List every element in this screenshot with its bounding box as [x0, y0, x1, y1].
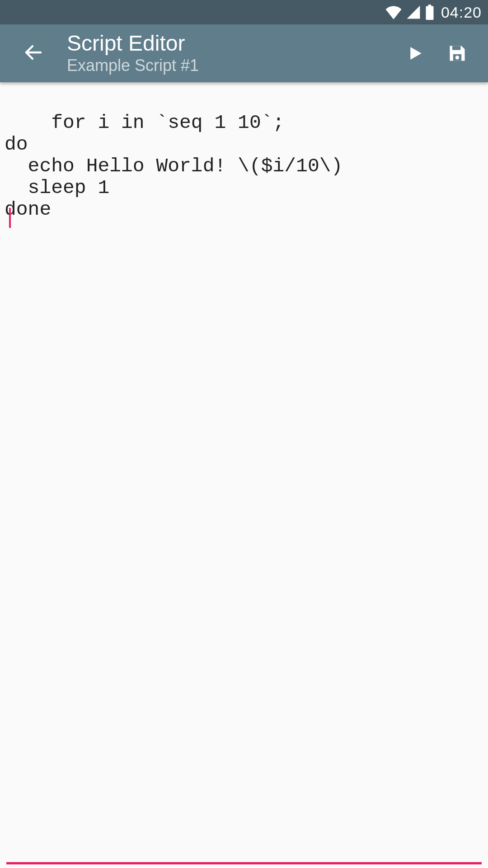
editor-underline	[6, 862, 482, 864]
svg-rect-1	[428, 5, 432, 7]
run-button[interactable]	[393, 32, 436, 75]
cellular-signal-icon	[406, 5, 421, 19]
app-bar: Script Editor Example Script #1	[0, 24, 488, 82]
save-icon	[447, 43, 467, 63]
battery-icon	[425, 5, 435, 20]
editor-area[interactable]: for i in `seq 1 10`; do echo Hello World…	[0, 82, 488, 868]
svg-rect-5	[452, 46, 460, 50]
play-icon	[405, 44, 424, 63]
page-title: Script Editor	[67, 32, 393, 56]
script-editor[interactable]: for i in `seq 1 10`; do echo Hello World…	[5, 90, 483, 862]
script-content: for i in `seq 1 10`; do echo Hello World…	[5, 112, 343, 221]
svg-point-4	[455, 56, 459, 59]
page-subtitle: Example Script #1	[67, 56, 393, 75]
text-caret	[9, 208, 11, 228]
status-bar: 04:20	[0, 0, 488, 24]
svg-rect-0	[426, 6, 433, 20]
app-bar-titles: Script Editor Example Script #1	[67, 32, 393, 75]
arrow-back-icon	[23, 57, 44, 65]
wifi-icon	[385, 5, 402, 19]
status-time: 04:20	[441, 4, 482, 21]
save-button[interactable]	[436, 32, 479, 75]
back-button[interactable]	[14, 33, 53, 74]
